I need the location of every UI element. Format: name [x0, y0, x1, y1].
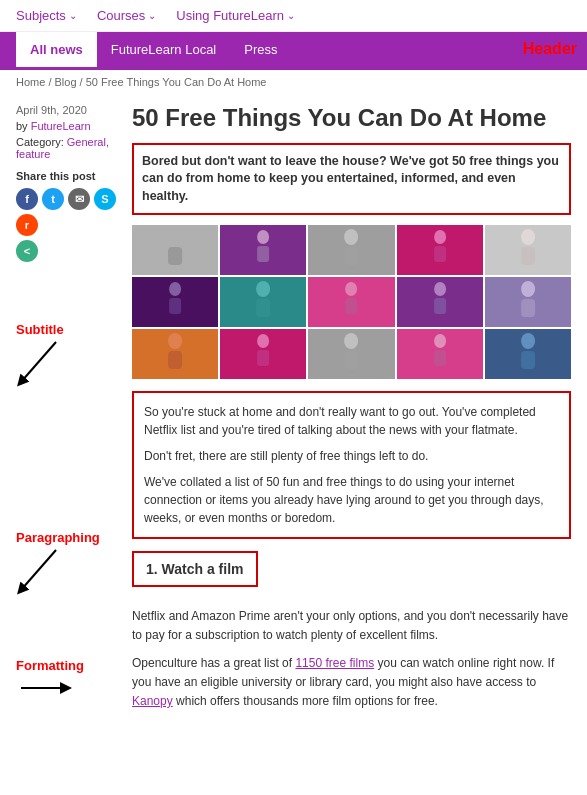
paragraph-2: Don't fret, there are still plenty of fr…: [144, 447, 559, 465]
svg-rect-35: [521, 351, 535, 369]
article-date: April 9th, 2020: [16, 104, 116, 116]
tab-bar: All news FutureLearn Local Press: [0, 32, 587, 70]
subtitle-arrow-icon: [16, 337, 66, 387]
tab-all-news[interactable]: All news: [16, 32, 97, 70]
nav-courses[interactable]: Courses ⌄: [97, 8, 156, 23]
paragraph-1: So you're stuck at home and don't really…: [144, 403, 559, 439]
chevron-down-icon: ⌄: [69, 10, 77, 21]
grid-image-12: [220, 329, 306, 379]
share-facebook-icon[interactable]: f: [16, 188, 38, 210]
grid-image-10: [485, 277, 571, 327]
grid-image-8: [308, 277, 394, 327]
svg-point-18: [256, 281, 270, 297]
grid-image-9: [397, 277, 483, 327]
svg-rect-23: [434, 298, 446, 314]
svg-rect-31: [344, 351, 358, 369]
formatting-annotation: Formatting: [16, 658, 116, 673]
grid-image-13: [308, 329, 394, 379]
formatting-arrow-icon: [16, 673, 76, 703]
svg-point-20: [345, 282, 357, 296]
svg-point-22: [434, 282, 446, 296]
article-content: 50 Free Things You Can Do At Home Bored …: [132, 104, 571, 719]
share-skype-icon[interactable]: S: [94, 188, 116, 210]
breadcrumb: Home / Blog / 50 Free Things You Can Do …: [0, 70, 587, 94]
article-image-grid: [132, 225, 571, 379]
nav-using-futurelearn[interactable]: Using FutureLearn ⌄: [176, 8, 295, 23]
sidebar: April 9th, 2020 by FutureLearn Category:…: [16, 104, 116, 719]
svg-point-34: [521, 333, 535, 349]
subtitle-annotation: Subtitle: [16, 322, 116, 337]
svg-point-10: [344, 229, 358, 245]
grid-image-6: [132, 277, 218, 327]
section1-para2: Openculture has a great list of 1150 fre…: [132, 654, 571, 712]
share-general-icon[interactable]: <: [16, 240, 38, 262]
section1-para1: Netflix and Amazon Prime aren't your onl…: [132, 607, 571, 645]
nav-subjects[interactable]: Subjects ⌄: [16, 8, 77, 23]
paragraph-3: We've collated a list of 50 fun and free…: [144, 473, 559, 527]
svg-point-32: [434, 334, 446, 348]
svg-rect-21: [345, 298, 357, 314]
grid-image-2: [220, 225, 306, 275]
paragraphing-arrow-icon: [16, 545, 66, 595]
svg-point-14: [521, 229, 535, 245]
svg-rect-7: [168, 247, 182, 265]
article-category: Category: General, feature: [16, 136, 116, 160]
header-annotation: Header: [523, 40, 577, 58]
tab-section: All news FutureLearn Local Press Header: [0, 32, 587, 70]
grid-image-1: [132, 225, 218, 275]
article-author: by FutureLearn: [16, 120, 116, 132]
nav-courses-label: Courses: [97, 8, 145, 23]
svg-rect-13: [434, 246, 446, 262]
grid-image-11: [132, 329, 218, 379]
grid-image-15: [485, 329, 571, 379]
subtitle-annotation-area: Subtitle: [16, 322, 116, 390]
svg-rect-19: [256, 299, 270, 317]
share-twitter-icon[interactable]: t: [42, 188, 64, 210]
chevron-down-icon: ⌄: [148, 10, 156, 21]
grid-image-3: [308, 225, 394, 275]
svg-line-3: [21, 550, 56, 590]
main-layout: April 9th, 2020 by FutureLearn Category:…: [0, 94, 587, 729]
grid-image-5: [485, 225, 571, 275]
svg-point-8: [257, 230, 269, 244]
section1-heading: 1. Watch a film: [132, 551, 258, 587]
article-title: 50 Free Things You Can Do At Home: [132, 104, 571, 133]
section1-heading-wrapper: 1. Watch a film: [132, 551, 571, 597]
author-link[interactable]: FutureLearn: [31, 120, 91, 132]
svg-point-26: [168, 333, 182, 349]
svg-point-30: [344, 333, 358, 349]
share-reddit-icon[interactable]: r: [16, 214, 38, 236]
svg-rect-33: [434, 350, 446, 366]
formatting-annotation-area: Formatting: [16, 658, 116, 706]
svg-point-24: [521, 281, 535, 297]
svg-rect-29: [257, 350, 269, 366]
svg-rect-17: [169, 298, 181, 314]
svg-rect-25: [521, 299, 535, 317]
free-films-link[interactable]: 1150 free films: [295, 656, 374, 670]
grid-image-14: [397, 329, 483, 379]
svg-rect-15: [521, 247, 535, 265]
svg-point-28: [257, 334, 269, 348]
svg-rect-9: [257, 246, 269, 262]
article-subtitle: Bored but don't want to leave the house?…: [132, 143, 571, 216]
grid-image-7: [220, 277, 306, 327]
svg-rect-11: [344, 247, 358, 265]
article-paragraphs: So you're stuck at home and don't really…: [132, 391, 571, 539]
watch-film: 1. Watch a film: [146, 561, 244, 577]
svg-line-1: [21, 342, 56, 382]
grid-image-4: [397, 225, 483, 275]
share-email-icon[interactable]: ✉: [68, 188, 90, 210]
share-title: Share this post: [16, 170, 116, 182]
kanopy-link[interactable]: Kanopy: [132, 694, 173, 708]
tab-futurelearn-local[interactable]: FutureLearn Local: [97, 32, 231, 70]
share-icons: f t ✉ S r: [16, 188, 116, 236]
nav-using-futurelearn-label: Using FutureLearn: [176, 8, 284, 23]
tab-press[interactable]: Press: [230, 32, 291, 70]
svg-point-16: [169, 282, 181, 296]
page-outer: Subjects ⌄ Courses ⌄ Using FutureLearn ⌄…: [0, 0, 587, 729]
chevron-down-icon: ⌄: [287, 10, 295, 21]
svg-rect-27: [168, 351, 182, 369]
nav-subjects-label: Subjects: [16, 8, 66, 23]
svg-point-12: [434, 230, 446, 244]
paragraphing-annotation: Paragraphing: [16, 530, 116, 545]
